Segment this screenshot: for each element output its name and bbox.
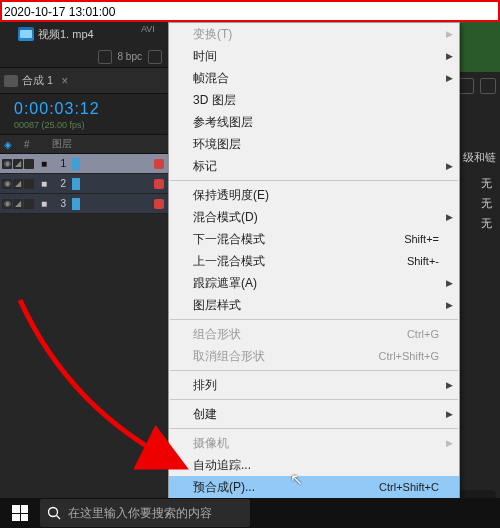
layer-switches[interactable]: ◉◢ bbox=[0, 199, 38, 209]
project-tool-icon-2[interactable] bbox=[148, 50, 162, 64]
video-file-icon bbox=[18, 27, 34, 41]
menu-item[interactable]: 环境图层 bbox=[169, 133, 459, 155]
layer-type-icon bbox=[72, 178, 80, 190]
menu-separator bbox=[170, 428, 458, 429]
menu-item[interactable]: 上一混合模式Shift+- bbox=[169, 250, 459, 272]
menu-item-label: 预合成(P)... bbox=[193, 479, 255, 496]
layer-type-icon bbox=[72, 158, 80, 170]
menu-shortcut: Ctrl+G bbox=[407, 328, 439, 340]
menu-item-label: 混合模式(D) bbox=[193, 209, 258, 226]
layer-bullet: ■ bbox=[38, 178, 50, 189]
svg-line-1 bbox=[57, 516, 61, 520]
layer-row[interactable]: ◉◢■1 bbox=[0, 154, 168, 174]
timecode-block[interactable]: 0:00:03:12 00087 (25.00 fps) bbox=[0, 94, 168, 134]
layer-bullet: ■ bbox=[38, 158, 50, 169]
menu-item[interactable]: 预合成(P)...Ctrl+Shift+C bbox=[169, 476, 459, 498]
menu-item: 摄像机▶ bbox=[169, 432, 459, 454]
layer-color-swatch[interactable] bbox=[154, 159, 164, 169]
panel-icon-2[interactable] bbox=[480, 78, 496, 94]
menu-item[interactable]: 保持透明度(E) bbox=[169, 184, 459, 206]
menu-item[interactable]: 参考线图层 bbox=[169, 111, 459, 133]
menu-item-label: 参考线图层 bbox=[193, 114, 253, 131]
submenu-arrow-icon: ▶ bbox=[446, 161, 453, 171]
layer-color-swatch[interactable] bbox=[154, 199, 164, 209]
timecode[interactable]: 0:00:03:12 bbox=[14, 100, 168, 118]
submenu-arrow-icon: ▶ bbox=[446, 51, 453, 61]
taskbar-search[interactable]: 在这里输入你要搜索的内容 bbox=[40, 499, 250, 527]
menu-item[interactable]: 帧混合▶ bbox=[169, 67, 459, 89]
layer-selector-icon[interactable]: ◈ bbox=[0, 139, 16, 150]
parent-value-3[interactable]: 无 bbox=[481, 216, 492, 231]
menu-item-label: 取消组合形状 bbox=[193, 348, 265, 365]
layer-row[interactable]: ◉◢■2 bbox=[0, 174, 168, 194]
submenu-arrow-icon: ▶ bbox=[446, 73, 453, 83]
menu-item[interactable]: 时间▶ bbox=[169, 45, 459, 67]
submenu-arrow-icon: ▶ bbox=[446, 212, 453, 222]
menu-item: 变换(T)▶ bbox=[169, 23, 459, 45]
menu-item-label: 创建 bbox=[193, 406, 217, 423]
project-footer: 8 bpc bbox=[0, 46, 168, 68]
menu-shortcut: Shift+- bbox=[407, 255, 439, 267]
windows-logo-icon bbox=[12, 505, 28, 521]
menu-item-label: 变换(T) bbox=[193, 26, 232, 43]
layer-number: 1 bbox=[50, 158, 72, 169]
menu-item-label: 上一混合模式 bbox=[193, 253, 265, 270]
menu-separator bbox=[170, 370, 458, 371]
menu-item[interactable]: 排列▶ bbox=[169, 374, 459, 396]
avi-badge: AVI bbox=[141, 24, 155, 34]
timecode-subinfo: 00087 (25.00 fps) bbox=[14, 120, 168, 130]
parent-value-1[interactable]: 无 bbox=[481, 176, 492, 191]
search-icon bbox=[40, 506, 68, 520]
timestamp-text: 2020-10-17 13:01:00 bbox=[2, 5, 115, 19]
layer-header-row: ◈ # 图层 bbox=[0, 134, 168, 154]
panel-icon-1[interactable] bbox=[458, 78, 474, 94]
menu-shortcut: Ctrl+Shift+G bbox=[378, 350, 439, 362]
bpc-label[interactable]: 8 bpc bbox=[118, 51, 142, 62]
composition-icon bbox=[4, 75, 18, 87]
layer-switches[interactable]: ◉◢ bbox=[0, 159, 38, 169]
submenu-arrow-icon: ▶ bbox=[446, 409, 453, 419]
menu-item[interactable]: 创建▶ bbox=[169, 403, 459, 425]
layer-number: 2 bbox=[50, 178, 72, 189]
menu-shortcut: Ctrl+Shift+C bbox=[379, 481, 439, 493]
layer-number: 3 bbox=[50, 198, 72, 209]
layer-context-menu: 变换(T)▶时间▶帧混合▶3D 图层参考线图层环境图层标记▶保持透明度(E)混合… bbox=[168, 22, 460, 499]
submenu-arrow-icon: ▶ bbox=[446, 278, 453, 288]
close-icon[interactable]: × bbox=[61, 74, 68, 88]
menu-separator bbox=[170, 180, 458, 181]
timeline-tab[interactable]: 合成 1 × bbox=[0, 68, 168, 94]
layer-row[interactable]: ◉◢■3 bbox=[0, 194, 168, 214]
menu-item: 组合形状Ctrl+G bbox=[169, 323, 459, 345]
layer-color-swatch[interactable] bbox=[154, 179, 164, 189]
submenu-arrow-icon: ▶ bbox=[446, 300, 453, 310]
project-file-name: 视频1. mp4 bbox=[38, 27, 94, 42]
layer-switches[interactable]: ◉◢ bbox=[0, 179, 38, 189]
project-tool-icon[interactable] bbox=[98, 50, 112, 64]
menu-item-label: 排列 bbox=[193, 377, 217, 394]
start-button[interactable] bbox=[0, 498, 40, 528]
submenu-arrow-icon: ▶ bbox=[446, 438, 453, 448]
windows-taskbar: 在这里输入你要搜索的内容 bbox=[0, 498, 500, 528]
menu-item[interactable]: 下一混合模式Shift+= bbox=[169, 228, 459, 250]
menu-separator bbox=[170, 319, 458, 320]
layer-type-icon bbox=[72, 198, 80, 210]
menu-item[interactable]: 标记▶ bbox=[169, 155, 459, 177]
layer-bullet: ■ bbox=[38, 198, 50, 209]
menu-item[interactable]: 跟踪遮罩(A)▶ bbox=[169, 272, 459, 294]
menu-item-label: 组合形状 bbox=[193, 326, 241, 343]
menu-item-label: 摄像机 bbox=[193, 435, 229, 452]
layer-header-hash: # bbox=[16, 139, 52, 150]
menu-item-label: 标记 bbox=[193, 158, 217, 175]
menu-item[interactable]: 自动追踪... bbox=[169, 454, 459, 476]
timestamp-bar: 2020-10-17 13:01:00 bbox=[0, 0, 500, 22]
menu-item[interactable]: 混合模式(D)▶ bbox=[169, 206, 459, 228]
left-panel: 视频1. mp4 8 bpc 合成 1 × 0:00:03:12 00087 (… bbox=[0, 22, 168, 528]
cursor-pointer-icon: ↖ bbox=[290, 470, 303, 489]
menu-separator bbox=[170, 399, 458, 400]
svg-point-0 bbox=[49, 508, 58, 517]
parent-value-2[interactable]: 无 bbox=[481, 196, 492, 211]
search-placeholder: 在这里输入你要搜索的内容 bbox=[68, 505, 212, 522]
menu-item[interactable]: 3D 图层 bbox=[169, 89, 459, 111]
menu-item[interactable]: 图层样式▶ bbox=[169, 294, 459, 316]
menu-item-label: 时间 bbox=[193, 48, 217, 65]
